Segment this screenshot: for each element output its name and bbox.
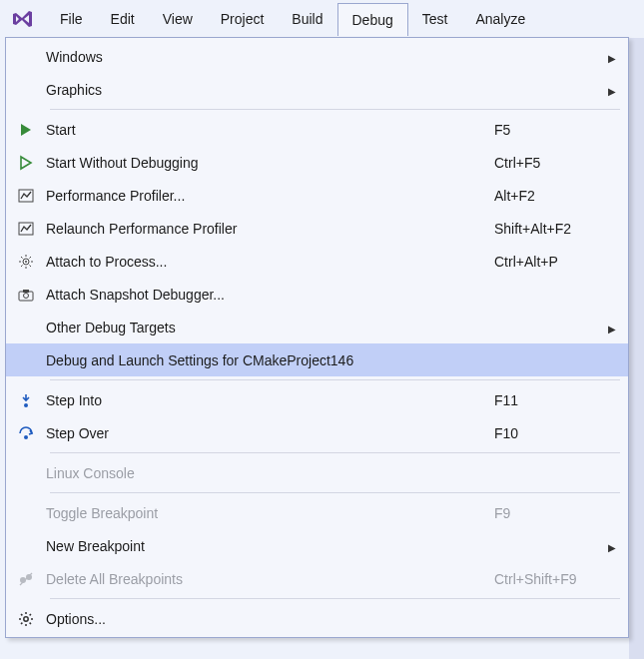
menuitem-label: Start bbox=[46, 122, 494, 138]
profiler-icon bbox=[6, 188, 46, 204]
menuitem-linux-console: Linux Console bbox=[6, 456, 628, 489]
menuitem-windows[interactable]: Windows▶ bbox=[6, 40, 628, 73]
menuitem-new-breakpoint[interactable]: New Breakpoint▶ bbox=[6, 529, 628, 562]
menuitem-shortcut: F11 bbox=[494, 392, 604, 408]
menuitem-attach-to-process[interactable]: Attach to Process...Ctrl+Alt+P bbox=[6, 245, 628, 278]
menuitem-shortcut: F10 bbox=[494, 425, 604, 441]
menuitem-delete-all-breakpoints: Delete All BreakpointsCtrl+Shift+F9 bbox=[6, 562, 628, 595]
menuitem-label: Step Into bbox=[46, 392, 494, 408]
menuitem-label: Attach Snapshot Debugger... bbox=[46, 287, 494, 303]
menuitem-step-into[interactable]: Step IntoF11 bbox=[6, 383, 628, 416]
menu-separator bbox=[50, 379, 620, 380]
menu-view[interactable]: View bbox=[149, 3, 207, 36]
menuitem-label: Toggle Breakpoint bbox=[46, 505, 494, 521]
menu-separator bbox=[50, 598, 620, 599]
menu-separator bbox=[50, 109, 620, 110]
svg-point-3 bbox=[25, 261, 27, 263]
menuitem-debug-and-launch-settings-for-cmakeproject146[interactable]: Debug and Launch Settings for CMakeProje… bbox=[6, 343, 628, 376]
menuitem-performance-profiler[interactable]: Performance Profiler...Alt+F2 bbox=[6, 179, 628, 212]
menuitem-label: Windows bbox=[46, 49, 494, 65]
play-outline-icon bbox=[6, 155, 46, 171]
menu-build[interactable]: Build bbox=[278, 3, 336, 36]
menuitem-label: Linux Console bbox=[46, 465, 494, 481]
menuitem-relaunch-performance-profiler[interactable]: Relaunch Performance ProfilerShift+Alt+F… bbox=[6, 212, 628, 245]
snapshot-icon bbox=[6, 287, 46, 303]
submenu-arrow-icon: ▶ bbox=[604, 538, 620, 554]
menuitem-shortcut: Ctrl+Shift+F9 bbox=[494, 571, 604, 587]
menuitem-start-without-debugging[interactable]: Start Without DebuggingCtrl+F5 bbox=[6, 146, 628, 179]
step-into-icon bbox=[6, 392, 46, 408]
gear-icon bbox=[6, 611, 46, 627]
menuitem-label: New Breakpoint bbox=[46, 538, 494, 554]
menuitem-shortcut: F9 bbox=[494, 505, 604, 521]
menuitem-start[interactable]: StartF5 bbox=[6, 113, 628, 146]
menuitem-graphics[interactable]: Graphics▶ bbox=[6, 73, 628, 106]
svg-point-10 bbox=[26, 574, 32, 580]
svg-point-11 bbox=[24, 616, 28, 620]
submenu-arrow-icon: ▶ bbox=[604, 82, 620, 98]
menuitem-label: Other Debug Targets bbox=[46, 320, 494, 335]
menuitem-label: Step Over bbox=[46, 425, 494, 441]
profiler-icon bbox=[6, 221, 46, 237]
menu-analyze[interactable]: Analyze bbox=[461, 3, 539, 36]
menuitem-shortcut: F5 bbox=[494, 122, 604, 138]
menu-separator bbox=[50, 492, 620, 493]
menuitem-options[interactable]: Options... bbox=[6, 602, 628, 635]
menuitem-shortcut: Alt+F2 bbox=[494, 188, 604, 204]
menu-test[interactable]: Test bbox=[408, 3, 462, 36]
background-strip bbox=[629, 38, 644, 659]
menu-file[interactable]: File bbox=[46, 3, 97, 36]
menuitem-step-over[interactable]: Step OverF10 bbox=[6, 416, 628, 449]
menuitem-label: Delete All Breakpoints bbox=[46, 571, 494, 587]
svg-point-7 bbox=[24, 403, 28, 407]
menu-items-container: FileEditViewProjectBuildDebugTestAnalyze bbox=[46, 3, 539, 36]
menuitem-shortcut: Ctrl+Alt+P bbox=[494, 254, 604, 270]
menuitem-label: Debug and Launch Settings for CMakeProje… bbox=[46, 352, 494, 368]
menu-edit[interactable]: Edit bbox=[97, 3, 149, 36]
menuitem-label: Attach to Process... bbox=[46, 254, 494, 270]
submenu-arrow-icon: ▶ bbox=[604, 49, 620, 65]
menuitem-attach-snapshot-debugger[interactable]: Attach Snapshot Debugger... bbox=[6, 278, 628, 311]
debug-dropdown-menu: Windows▶Graphics▶StartF5Start Without De… bbox=[5, 37, 629, 638]
menuitem-toggle-breakpoint: Toggle BreakpointF9 bbox=[6, 496, 628, 529]
menuitem-label: Options... bbox=[46, 611, 494, 627]
menu-project[interactable]: Project bbox=[207, 3, 279, 36]
svg-point-8 bbox=[24, 435, 28, 439]
menubar: FileEditViewProjectBuildDebugTestAnalyze bbox=[0, 0, 644, 38]
visual-studio-logo-icon bbox=[8, 5, 36, 33]
menu-debug[interactable]: Debug bbox=[337, 3, 408, 36]
menuitem-label: Relaunch Performance Profiler bbox=[46, 221, 494, 237]
delete-breakpoints-icon bbox=[6, 571, 46, 587]
svg-rect-5 bbox=[23, 290, 29, 293]
menu-separator bbox=[50, 452, 620, 453]
menuitem-other-debug-targets[interactable]: Other Debug Targets▶ bbox=[6, 311, 628, 343]
menuitem-shortcut: Ctrl+F5 bbox=[494, 155, 604, 171]
svg-point-6 bbox=[24, 293, 29, 298]
menuitem-shortcut: Shift+Alt+F2 bbox=[494, 221, 604, 237]
play-green-icon bbox=[6, 122, 46, 138]
menuitem-label: Performance Profiler... bbox=[46, 188, 494, 204]
step-over-icon bbox=[6, 425, 46, 441]
submenu-arrow-icon: ▶ bbox=[604, 320, 620, 335]
menuitem-label: Start Without Debugging bbox=[46, 155, 494, 171]
attach-process-icon bbox=[6, 254, 46, 270]
menuitem-label: Graphics bbox=[46, 82, 494, 98]
